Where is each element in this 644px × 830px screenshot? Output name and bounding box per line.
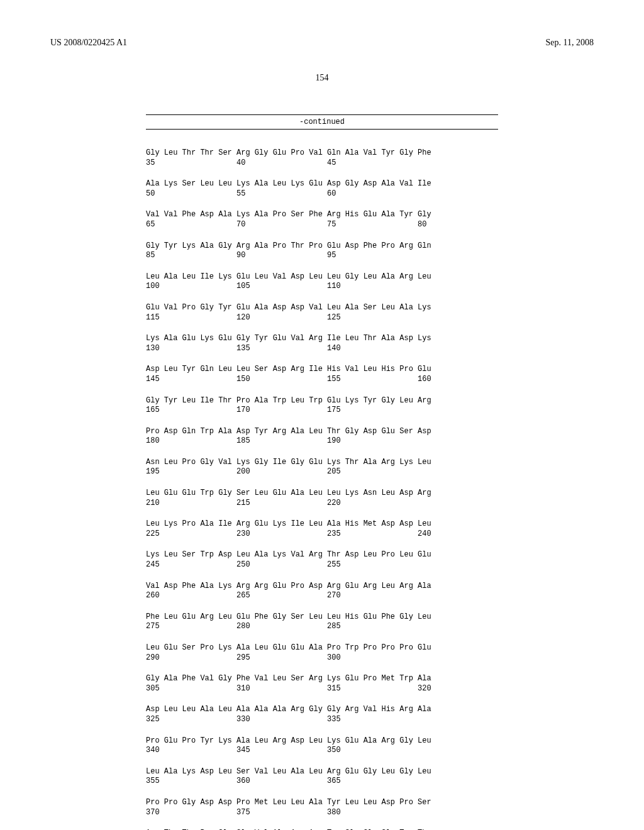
sequence-row: Glu Val Pro Gly Tyr Glu Ala Asp Asp Val … <box>146 303 498 323</box>
publication-number: US 2008/0220425 A1 <box>50 38 127 48</box>
position-number-line: 305 310 315 320 <box>146 684 498 694</box>
amino-acid-line: Leu Ala Leu Ile Lys Glu Leu Val Asp Leu … <box>146 272 498 282</box>
position-number-line: 260 265 270 <box>146 591 498 601</box>
amino-acid-line: Phe Leu Glu Arg Leu Glu Phe Gly Ser Leu … <box>146 612 498 622</box>
amino-acid-line: Asp Leu Leu Ala Leu Ala Ala Ala Arg Gly … <box>146 705 498 715</box>
amino-acid-line: Leu Lys Pro Ala Ile Arg Glu Lys Ile Leu … <box>146 519 498 529</box>
position-number-line: 275 280 285 <box>146 622 498 632</box>
page-number: 154 <box>50 73 594 83</box>
continued-label: -continued <box>146 114 498 130</box>
position-number-line: 100 105 110 <box>146 282 498 292</box>
position-number-line: 195 200 205 <box>146 467 498 477</box>
amino-acid-line: Leu Glu Glu Trp Gly Ser Leu Glu Ala Leu … <box>146 489 498 499</box>
publication-date: Sep. 11, 2008 <box>546 38 594 48</box>
position-number-line: 50 55 60 <box>146 189 498 199</box>
position-number-line: 85 90 95 <box>146 251 498 261</box>
amino-acid-line: Lys Ala Glu Lys Glu Gly Tyr Glu Val Arg … <box>146 334 498 344</box>
amino-acid-line: Asn Leu Pro Gly Val Lys Gly Ile Gly Glu … <box>146 458 498 468</box>
position-number-line: 340 345 350 <box>146 746 498 756</box>
amino-acid-line: Leu Glu Ser Pro Lys Ala Leu Glu Glu Ala … <box>146 643 498 653</box>
position-number-line: 210 215 220 <box>146 499 498 509</box>
position-number-line: 65 70 75 80 <box>146 220 498 230</box>
sequence-row: Leu Glu Glu Trp Gly Ser Leu Glu Ala Leu … <box>146 489 498 508</box>
position-number-line: 145 150 155 160 <box>146 375 498 385</box>
amino-acid-line: Gly Ala Phe Val Gly Phe Val Leu Ser Arg … <box>146 674 498 684</box>
sequence-row: Val Asp Phe Ala Lys Arg Arg Glu Pro Asp … <box>146 582 498 601</box>
amino-acid-line: Asp Leu Tyr Gln Leu Leu Ser Asp Arg Ile … <box>146 365 498 375</box>
sequence-row: Asp Leu Leu Ala Leu Ala Ala Ala Arg Gly … <box>146 705 498 724</box>
sequence-row: Phe Leu Glu Arg Leu Glu Phe Gly Ser Leu … <box>146 612 498 632</box>
position-number-line: 290 295 300 <box>146 653 498 663</box>
position-number-line: 180 185 190 <box>146 436 498 446</box>
amino-acid-line: Val Asp Phe Ala Lys Arg Arg Glu Pro Asp … <box>146 582 498 592</box>
sequence-row: Val Val Phe Asp Ala Lys Ala Pro Ser Phe … <box>146 210 498 230</box>
sequence-row: Lys Ala Glu Lys Glu Gly Tyr Glu Val Arg … <box>146 334 498 353</box>
position-number-line: 325 330 335 <box>146 715 498 725</box>
position-number-line: 370 375 380 <box>146 808 498 818</box>
page-container: US 2008/0220425 A1 Sep. 11, 2008 154 -co… <box>0 0 644 830</box>
position-number-line: 130 135 140 <box>146 344 498 354</box>
sequence-listing: Gly Leu Thr Thr Ser Arg Gly Glu Pro Val … <box>146 148 498 830</box>
amino-acid-line: Gly Tyr Lys Ala Gly Arg Ala Pro Thr Pro … <box>146 241 498 252</box>
sequence-row: Leu Glu Ser Pro Lys Ala Leu Glu Glu Ala … <box>146 643 498 663</box>
amino-acid-line: Ala Lys Ser Leu Leu Lys Ala Leu Lys Glu … <box>146 179 498 189</box>
amino-acid-line: Pro Asp Gln Trp Ala Asp Tyr Arg Ala Leu … <box>146 427 498 437</box>
sequence-row: Pro Pro Gly Asp Asp Pro Met Leu Leu Ala … <box>146 798 498 817</box>
amino-acid-line: Leu Ala Lys Asp Leu Ser Val Leu Ala Leu … <box>146 767 498 777</box>
sequence-row: Pro Asp Gln Trp Ala Asp Tyr Arg Ala Leu … <box>146 427 498 446</box>
sequence-row: Asp Leu Tyr Gln Leu Leu Ser Asp Arg Ile … <box>146 365 498 384</box>
amino-acid-line: Pro Pro Gly Asp Asp Pro Met Leu Leu Ala … <box>146 798 498 808</box>
position-number-line: 225 230 235 240 <box>146 529 498 540</box>
position-number-line: 245 250 255 <box>146 560 498 570</box>
sequence-row: Leu Ala Leu Ile Lys Glu Leu Val Asp Leu … <box>146 272 498 292</box>
position-number-line: 115 120 125 <box>146 313 498 323</box>
position-number-line: 355 360 365 <box>146 777 498 787</box>
position-number-line: 35 40 45 <box>146 158 498 169</box>
sequence-row: Gly Leu Thr Thr Ser Arg Gly Glu Pro Val … <box>146 148 498 168</box>
sequence-row: Gly Ala Phe Val Gly Phe Val Leu Ser Arg … <box>146 674 498 694</box>
amino-acid-line: Pro Glu Pro Tyr Lys Ala Leu Arg Asp Leu … <box>146 736 498 746</box>
sequence-row: Gly Tyr Leu Ile Thr Pro Ala Trp Leu Trp … <box>146 396 498 416</box>
amino-acid-line: Gly Tyr Leu Ile Thr Pro Ala Trp Leu Trp … <box>146 396 498 406</box>
amino-acid-line: Val Val Phe Asp Ala Lys Ala Pro Ser Phe … <box>146 210 498 220</box>
page-header: US 2008/0220425 A1 Sep. 11, 2008 <box>50 38 594 48</box>
sequence-row: Leu Lys Pro Ala Ile Arg Glu Lys Ile Leu … <box>146 519 498 539</box>
amino-acid-line: Glu Val Pro Gly Tyr Glu Ala Asp Asp Val … <box>146 303 498 313</box>
sequence-row: Leu Ala Lys Asp Leu Ser Val Leu Ala Leu … <box>146 767 498 787</box>
position-number-line: 165 170 175 <box>146 406 498 416</box>
sequence-row: Pro Glu Pro Tyr Lys Ala Leu Arg Asp Leu … <box>146 736 498 756</box>
sequence-row: Lys Leu Ser Trp Asp Leu Ala Lys Val Arg … <box>146 550 498 570</box>
amino-acid-line: Gly Leu Thr Thr Ser Arg Gly Glu Pro Val … <box>146 148 498 158</box>
sequence-row: Ala Lys Ser Leu Leu Lys Ala Leu Lys Glu … <box>146 179 498 199</box>
sequence-row: Gly Tyr Lys Ala Gly Arg Ala Pro Thr Pro … <box>146 241 498 261</box>
sequence-row: Asn Leu Pro Gly Val Lys Gly Ile Gly Glu … <box>146 458 498 477</box>
amino-acid-line: Lys Leu Ser Trp Asp Leu Ala Lys Val Arg … <box>146 550 498 560</box>
